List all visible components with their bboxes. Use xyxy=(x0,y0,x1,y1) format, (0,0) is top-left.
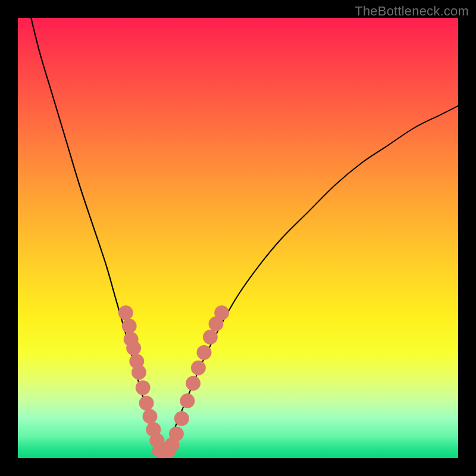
marker-dot xyxy=(126,341,141,356)
marker-dot xyxy=(191,361,206,375)
marker-dot xyxy=(143,409,158,424)
marker-dot xyxy=(169,427,184,441)
marker-dot xyxy=(214,305,229,320)
marker-group xyxy=(118,305,229,458)
marker-dot xyxy=(131,365,146,380)
marker-dot xyxy=(186,376,201,391)
watermark-text: TheBottleneck.com xyxy=(355,4,469,19)
marker-dot xyxy=(180,393,195,408)
marker-dot xyxy=(139,396,154,411)
marker-dot xyxy=(197,345,212,360)
curve-right-limb xyxy=(163,106,458,452)
chart-frame: TheBottleneck.com xyxy=(0,0,476,476)
marker-dot xyxy=(118,305,133,320)
plot-area xyxy=(18,18,458,458)
marker-dot xyxy=(136,380,151,395)
marker-dot xyxy=(174,411,189,426)
chart-svg xyxy=(18,18,458,458)
marker-dot xyxy=(203,330,218,345)
marker-dot xyxy=(122,319,137,334)
